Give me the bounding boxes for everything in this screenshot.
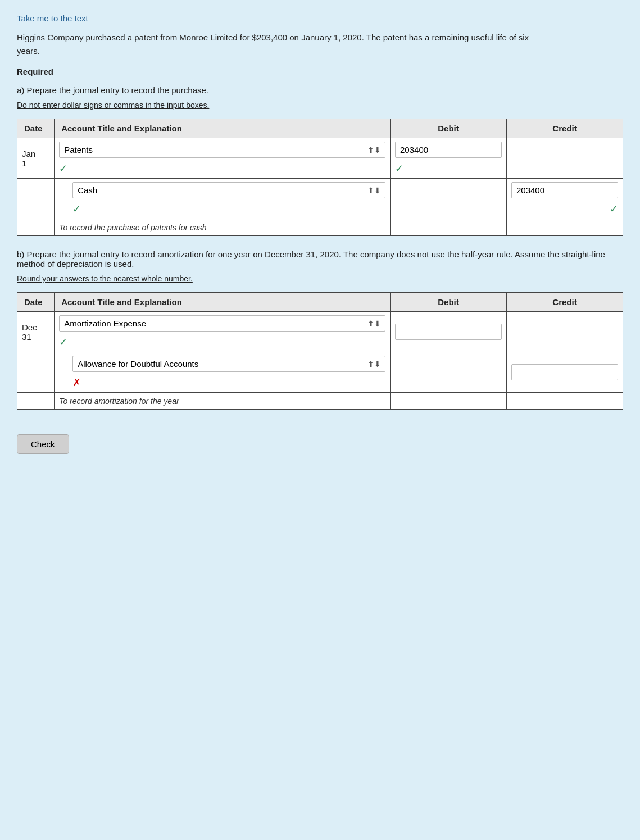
col-header-debit-b: Debit bbox=[391, 293, 507, 312]
account-cell-allowance: Allowance for Doubtful Accounts ⬆⬇ ✗ bbox=[55, 352, 391, 393]
account-cell-cash: Cash ⬆⬇ ✓ bbox=[55, 179, 391, 219]
account-cell-patents: Patents ⬆⬇ ✓ bbox=[55, 138, 391, 179]
take-me-to-text-link[interactable]: Take me to the text bbox=[17, 13, 88, 23]
account-select-wrapper-amort: Amortization Expense ⬆⬇ bbox=[59, 315, 385, 332]
check-icon-amort: ✓ bbox=[59, 336, 385, 348]
credit-note-b bbox=[507, 393, 623, 410]
account-select-wrapper-cash: Cash ⬆⬇ bbox=[72, 182, 385, 198]
table-row: Dec31 Amortization Expense ⬆⬇ ✓ bbox=[17, 312, 623, 352]
credit-input-cash[interactable] bbox=[511, 182, 618, 198]
part-b-instruction: Round your answers to the nearest whole … bbox=[17, 274, 623, 283]
date-empty-a2 bbox=[17, 219, 55, 236]
note-text-a: To record the purchase of patents for ca… bbox=[59, 223, 207, 232]
check-button[interactable]: Check bbox=[17, 434, 69, 454]
debit-note-b bbox=[391, 393, 507, 410]
check-icon-cash: ✓ bbox=[72, 203, 385, 215]
check-icon-patents: ✓ bbox=[59, 162, 385, 175]
col-header-date-a: Date bbox=[17, 119, 55, 138]
account-select-wrapper-patents: Patents ⬆⬇ bbox=[59, 142, 385, 158]
part-b-table: Date Account Title and Explanation Debit… bbox=[17, 292, 623, 410]
credit-note-a bbox=[507, 219, 623, 236]
credit-cell-amort bbox=[507, 312, 623, 352]
account-select-allowance[interactable]: Allowance for Doubtful Accounts bbox=[72, 356, 385, 372]
col-header-account-b: Account Title and Explanation bbox=[55, 293, 391, 312]
col-header-credit-b: Credit bbox=[507, 293, 623, 312]
col-header-debit-a: Debit bbox=[391, 119, 507, 138]
debit-input-amort[interactable] bbox=[395, 324, 502, 340]
account-select-wrapper-allowance: Allowance for Doubtful Accounts ⬆⬇ bbox=[72, 356, 385, 372]
debit-note-a bbox=[391, 219, 507, 236]
date-empty-a1 bbox=[17, 179, 55, 219]
note-text-b: To record amortization for the year bbox=[59, 397, 179, 406]
credit-input-allowance[interactable] bbox=[511, 364, 618, 380]
part-b-label: b) Prepare the journal entry to record a… bbox=[17, 249, 623, 269]
date-empty-b2 bbox=[17, 393, 55, 410]
debit-cell-amort bbox=[391, 312, 507, 352]
debit-cell-patents: ✓ bbox=[391, 138, 507, 179]
part-a-label: a) Prepare the journal entry to record t… bbox=[17, 85, 623, 95]
date-empty-b1 bbox=[17, 352, 55, 393]
note-cell-a: To record the purchase of patents for ca… bbox=[55, 219, 391, 236]
credit-cell-cash: ✓ bbox=[507, 179, 623, 219]
part-a-table: Date Account Title and Explanation Debit… bbox=[17, 119, 623, 236]
account-select-patents[interactable]: Patents bbox=[59, 142, 385, 158]
col-header-account-a: Account Title and Explanation bbox=[55, 119, 391, 138]
col-header-credit-a: Credit bbox=[507, 119, 623, 138]
debit-cell-cash bbox=[391, 179, 507, 219]
table-row: Jan1 Patents ⬆⬇ ✓ ✓ bbox=[17, 138, 623, 179]
col-header-date-b: Date bbox=[17, 293, 55, 312]
credit-cell-allowance bbox=[507, 352, 623, 393]
account-select-amort[interactable]: Amortization Expense bbox=[59, 315, 385, 332]
date-dec31: Dec31 bbox=[17, 312, 55, 352]
note-cell-b: To record amortization for the year bbox=[55, 393, 391, 410]
credit-cell-patents bbox=[507, 138, 623, 179]
check-icon-debit-patents: ✓ bbox=[395, 162, 502, 175]
required-label: Required bbox=[17, 67, 623, 76]
account-select-cash[interactable]: Cash bbox=[72, 182, 385, 198]
table-row: Cash ⬆⬇ ✓ ✓ bbox=[17, 179, 623, 219]
part-a-instruction: Do not enter dollar signs or commas in t… bbox=[17, 101, 623, 110]
table-row: Allowance for Doubtful Accounts ⬆⬇ ✗ bbox=[17, 352, 623, 393]
debit-cell-allowance bbox=[391, 352, 507, 393]
table-row: To record amortization for the year bbox=[17, 393, 623, 410]
debit-input-patents[interactable] bbox=[395, 142, 502, 158]
check-icon-credit-cash: ✓ bbox=[511, 203, 618, 215]
table-row: To record the purchase of patents for ca… bbox=[17, 219, 623, 236]
account-cell-amort: Amortization Expense ⬆⬇ ✓ bbox=[55, 312, 391, 352]
cross-icon-allowance: ✗ bbox=[72, 376, 385, 389]
intro-text: Higgins Company purchased a patent from … bbox=[17, 31, 551, 58]
date-jan1: Jan1 bbox=[17, 138, 55, 179]
